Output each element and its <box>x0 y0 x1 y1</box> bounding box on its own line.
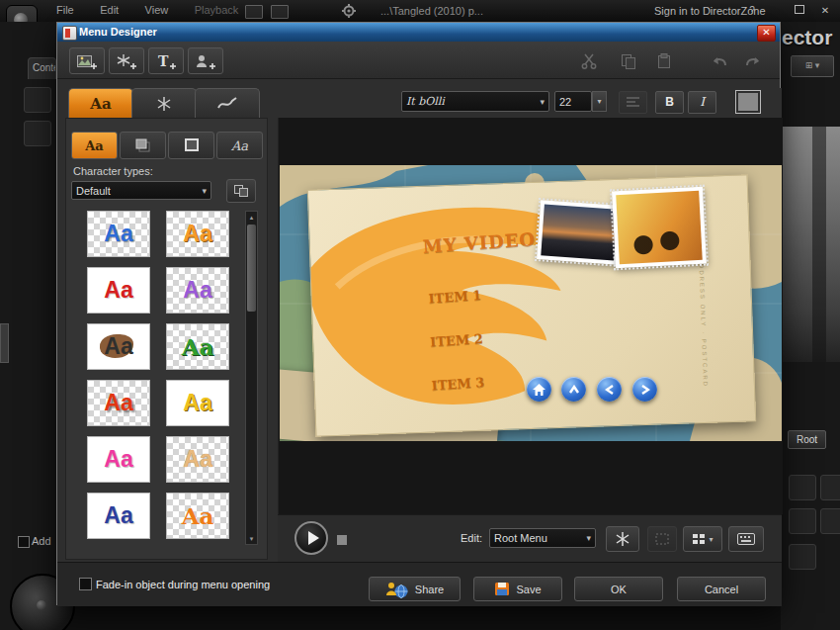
font-size-chevron[interactable]: ▾ <box>592 91 607 112</box>
cancel-label: Cancel <box>705 584 738 595</box>
tab-text-properties[interactable]: Aa <box>68 88 133 119</box>
menu-preview-canvas[interactable]: FOR ADDRESS ONLY · POSTCARD MY VIDEO ITE… <box>280 165 782 441</box>
effects-tool-icon[interactable] <box>820 475 840 500</box>
paste-icon[interactable] <box>646 47 682 74</box>
add-text-button[interactable]: T <box>148 47 184 74</box>
italic-button[interactable]: I <box>688 91 716 114</box>
capture-icon[interactable] <box>245 5 263 19</box>
stop-button[interactable] <box>337 535 347 545</box>
edit-menu-dropdown[interactable]: Root Menu ▾ <box>489 528 596 548</box>
menu-edit[interactable]: Edit <box>89 0 129 16</box>
save-label: Save <box>516 584 541 595</box>
particle-preview-button[interactable] <box>606 526 639 552</box>
ok-label: OK <box>611 584 627 595</box>
help-button[interactable]: ? <box>743 3 761 18</box>
character-type-dropdown[interactable]: Default ▾ <box>71 181 211 200</box>
menu-playback[interactable]: Playback <box>184 0 250 16</box>
close-app-button[interactable]: ✕ <box>816 3 834 18</box>
ok-button[interactable]: OK <box>574 577 663 601</box>
fade-in-checkbox[interactable] <box>79 578 92 590</box>
font-face-icon: Aa <box>231 138 248 153</box>
menu-item-text[interactable]: ITEM 3 <box>431 375 485 394</box>
svg-text:T: T <box>158 53 169 69</box>
menu-designer-dialog: Menu Designer ✕ T <box>56 22 781 605</box>
edit-menu-value: Root Menu <box>494 532 547 544</box>
scroll-up-icon[interactable]: ▴ <box>246 212 257 223</box>
align-button[interactable] <box>619 91 647 114</box>
char-preset-button[interactable]: Aa <box>71 132 118 159</box>
font-style-sample[interactable]: Aa <box>166 323 229 370</box>
font-face-button[interactable]: Aa <box>216 132 263 159</box>
grid-align-button[interactable]: ▾ <box>683 526 722 552</box>
font-style-sample[interactable]: Aa <box>166 380 229 426</box>
next-button[interactable] <box>632 377 657 402</box>
menu-item-list: ITEM 1ITEM 2ITEM 3 <box>428 289 485 421</box>
font-color-swatch[interactable] <box>735 90 761 114</box>
font-style-sample[interactable]: Aa <box>166 493 229 539</box>
edit-label: Edit: <box>461 532 482 544</box>
subtitle-tool-icon[interactable] <box>820 508 840 534</box>
font-style-sample[interactable]: Aa <box>166 211 229 257</box>
add-checkbox[interactable] <box>18 536 30 548</box>
apply-to-all-button[interactable] <box>226 179 256 203</box>
media-thumbnail[interactable] <box>783 127 840 362</box>
tab-particle-effects[interactable] <box>131 88 197 119</box>
border-style-button[interactable] <box>168 132 214 159</box>
cancel-button[interactable]: Cancel <box>677 577 766 601</box>
home-button[interactable] <box>527 377 551 402</box>
scrollbar-thumb[interactable] <box>247 225 256 312</box>
redo-icon[interactable] <box>735 47 771 74</box>
add-particle-button[interactable] <box>109 47 144 74</box>
font-size-dropdown[interactable]: 22 <box>554 91 592 112</box>
font-style-sample[interactable]: Aa <box>87 380 150 426</box>
vertical-slider-handle[interactable] <box>0 323 9 363</box>
settings-gear-icon[interactable] <box>342 4 356 18</box>
font-style-sample[interactable]: Aa <box>87 493 150 539</box>
share-button[interactable]: Share <box>369 577 461 601</box>
layout-select-button[interactable]: ⊞ ▾ <box>791 55 834 77</box>
display-mode-icon[interactable] <box>271 5 289 19</box>
font-style-sample[interactable]: Aa <box>87 267 150 314</box>
font-style-sample[interactable]: Aa <box>87 436 150 483</box>
font-style-sample[interactable]: Aa <box>87 323 150 370</box>
undo-icon[interactable] <box>702 47 737 74</box>
bold-button[interactable]: B <box>655 91 684 114</box>
photo-stamp-1[interactable] <box>537 200 622 265</box>
font-family-dropdown[interactable]: It bOlli ▾ <box>401 91 549 112</box>
menu-view[interactable]: View <box>134 0 180 16</box>
paint-tool-icon[interactable] <box>24 121 51 146</box>
font-style-sample[interactable]: Aa <box>87 211 150 257</box>
marquee-select-button[interactable] <box>647 526 677 552</box>
chapter-tool-icon[interactable] <box>789 508 816 534</box>
font-style-sample[interactable]: Aa <box>166 267 229 314</box>
expand-tool-icon[interactable] <box>789 544 816 570</box>
save-button[interactable]: Save <box>473 577 562 601</box>
maximize-button[interactable] <box>791 3 808 18</box>
scroll-down-icon[interactable]: ▾ <box>246 533 257 544</box>
add-image-button[interactable] <box>69 47 105 74</box>
add-object-button[interactable] <box>188 47 223 74</box>
scene-tool-icon[interactable] <box>24 87 51 113</box>
shadow-style-button[interactable] <box>120 132 166 159</box>
menu-item-text[interactable]: ITEM 2 <box>430 331 484 350</box>
application-window: File Edit View Playback ...\Tangled (201… <box>0 0 840 630</box>
menu-item-text[interactable]: ITEM 1 <box>428 288 482 307</box>
magic-tool-icon[interactable] <box>789 475 816 500</box>
up-button[interactable] <box>561 377 586 402</box>
dialog-close-button[interactable]: ✕ <box>757 25 776 42</box>
cut-icon[interactable] <box>571 47 607 74</box>
previous-button[interactable] <box>597 377 622 402</box>
share-people-icon <box>385 581 409 598</box>
photo-stamp-2[interactable] <box>612 187 707 269</box>
dialog-titlebar[interactable]: Menu Designer ✕ <box>57 23 780 42</box>
copy-icon[interactable] <box>611 47 646 74</box>
tab-object-set[interactable] <box>195 88 260 119</box>
play-button[interactable] <box>294 521 328 555</box>
root-menu-tree-button[interactable]: Root <box>788 430 826 449</box>
font-grid-scrollbar[interactable]: ▴ ▾ <box>245 211 258 545</box>
content-tab-partial[interactable]: Conte <box>28 57 56 79</box>
font-style-sample[interactable]: Aa <box>166 436 229 483</box>
font-family-value: It bOlli <box>406 95 445 108</box>
menu-file[interactable]: File <box>45 0 85 16</box>
keyboard-button[interactable] <box>728 526 764 552</box>
